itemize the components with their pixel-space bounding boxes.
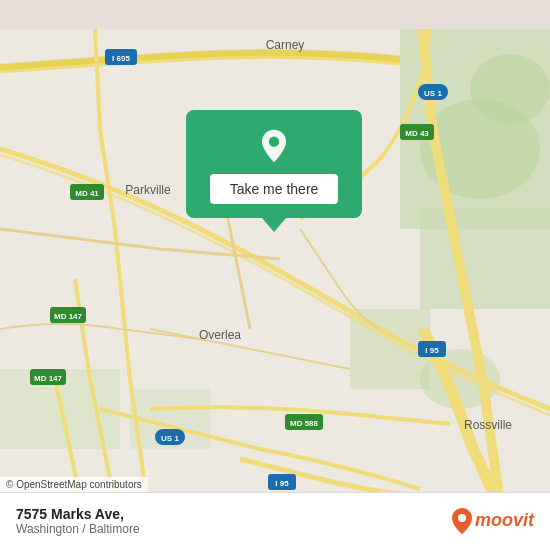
map-container: I 695 US 1 MD 43 MD 41 MD 147 MD 147 US …	[0, 0, 550, 550]
svg-rect-2	[420, 209, 550, 309]
moovit-logo: moovit	[451, 507, 534, 535]
svg-text:MD 41: MD 41	[75, 189, 99, 198]
svg-point-35	[458, 514, 466, 522]
svg-text:MD 43: MD 43	[405, 129, 429, 138]
svg-text:US 1: US 1	[424, 89, 442, 98]
location-pin-icon	[256, 128, 292, 164]
svg-text:I 95: I 95	[425, 346, 439, 355]
svg-text:MD 588: MD 588	[290, 419, 319, 428]
moovit-brand-text: moovit	[475, 510, 534, 531]
svg-text:Rossville: Rossville	[464, 418, 512, 432]
svg-text:MD 147: MD 147	[34, 374, 63, 383]
svg-text:Parkville: Parkville	[125, 183, 171, 197]
address-line: 7575 Marks Ave,	[16, 506, 140, 522]
svg-point-5	[470, 54, 550, 124]
popup-card: Take me there	[186, 110, 362, 218]
take-me-there-button[interactable]: Take me there	[210, 174, 339, 204]
map-background: I 695 US 1 MD 43 MD 41 MD 147 MD 147 US …	[0, 0, 550, 550]
address-container: 7575 Marks Ave, Washington / Baltimore	[16, 506, 140, 536]
bottom-bar: 7575 Marks Ave, Washington / Baltimore m…	[0, 492, 550, 550]
svg-text:I 95: I 95	[275, 479, 289, 488]
moovit-pin-icon	[451, 507, 473, 535]
svg-text:I 695: I 695	[112, 54, 130, 63]
copyright-text: © OpenStreetMap contributors	[0, 477, 148, 492]
svg-text:MD 147: MD 147	[54, 312, 83, 321]
city-line: Washington / Baltimore	[16, 522, 140, 536]
svg-text:Overlea: Overlea	[199, 328, 241, 342]
svg-text:US 1: US 1	[161, 434, 179, 443]
svg-point-34	[269, 137, 279, 147]
svg-text:Carney: Carney	[266, 38, 305, 52]
